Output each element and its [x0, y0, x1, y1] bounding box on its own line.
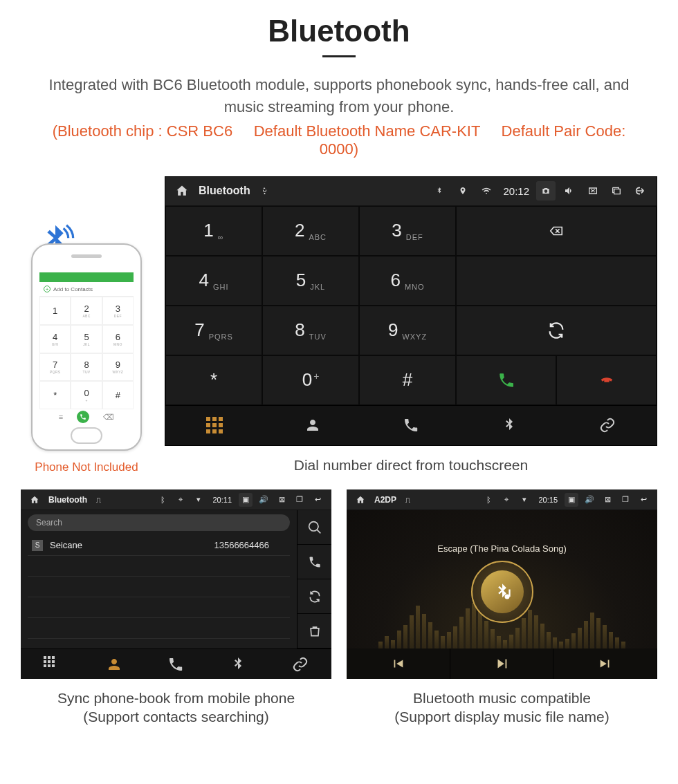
prev-track-button[interactable] [347, 648, 450, 679]
camera-icon[interactable]: ▣ [239, 493, 253, 507]
tab-pair[interactable] [269, 649, 331, 679]
phone-key-5[interactable]: 5JKL [71, 325, 102, 353]
phone-key-*[interactable]: * [39, 381, 71, 409]
back-icon[interactable]: ↩ [636, 493, 650, 507]
status-bar: Bluetooth 20:12 [165, 177, 657, 206]
camera-icon[interactable] [536, 181, 556, 200]
phone-key-2[interactable]: 2ABC [71, 297, 102, 325]
dialpad-icon [206, 417, 223, 433]
dial-key-2[interactable]: 2ABC [262, 206, 359, 256]
person-icon [106, 656, 122, 673]
dial-key-8[interactable]: 8TUV [262, 306, 359, 355]
link-icon [599, 417, 616, 433]
phone-menu-icon[interactable]: ≡ [59, 413, 63, 421]
contact-badge: S [32, 540, 43, 551]
dial-key-1[interactable]: 1∞ [165, 206, 262, 256]
camera-icon[interactable]: ▣ [565, 493, 578, 507]
dial-spacer [456, 256, 657, 306]
back-icon[interactable]: ↩ [311, 493, 324, 507]
dial-key-5[interactable]: 5JKL [262, 256, 359, 306]
contact-row[interactable]: SSeicane13566664466 [28, 535, 290, 556]
status-time: 20:11 [212, 496, 232, 504]
phone-key-9[interactable]: 9WXYZ [102, 353, 134, 382]
back-icon[interactable] [630, 181, 650, 200]
phone-key-1[interactable]: 1 [39, 297, 71, 325]
bluetooth-music-icon [493, 582, 512, 601]
usb-icon [255, 181, 274, 200]
phone-key-0[interactable]: 0+ [71, 381, 102, 409]
dialer-caption: Dial number direct from touchscreen [165, 456, 657, 474]
album-art [471, 561, 533, 623]
close-app-icon[interactable] [583, 181, 603, 200]
dial-key-6[interactable]: 6MNO [359, 256, 456, 306]
add-to-contacts-label: Add to Contacts [53, 286, 93, 292]
redial-button[interactable] [456, 306, 657, 355]
tab-bluetooth[interactable] [460, 406, 558, 445]
tab-call-log[interactable] [145, 649, 208, 679]
status-title: Bluetooth [48, 495, 87, 505]
home-icon[interactable] [354, 493, 367, 507]
phone-key-3[interactable]: 3DEF [102, 297, 134, 325]
phone-add-to-contacts[interactable]: +Add to Contacts [39, 282, 134, 297]
tab-dialpad[interactable] [21, 649, 83, 679]
contact-row-empty [28, 618, 290, 639]
handset-icon [167, 656, 184, 673]
phone-key-8[interactable]: 8TUV [71, 353, 102, 382]
dial-key-star[interactable]: * [165, 355, 262, 405]
backspace-button[interactable] [456, 206, 657, 256]
side-search-button[interactable] [297, 510, 331, 545]
call-button[interactable] [456, 355, 556, 405]
tab-contacts[interactable] [83, 649, 145, 679]
dial-key-0[interactable]: 0+ [262, 355, 359, 405]
handset-icon [403, 417, 419, 433]
volume-icon[interactable]: 🔊 [257, 493, 271, 507]
play-pause-button[interactable] [450, 648, 554, 679]
close-app-icon[interactable]: ⊠ [601, 493, 614, 507]
dial-key-4[interactable]: 4GHI [165, 256, 262, 306]
bluetooth-status-icon: ᛒ [156, 493, 170, 507]
hangup-button[interactable] [556, 355, 657, 405]
side-sync-button[interactable] [297, 579, 331, 614]
location-icon: ⌖ [174, 493, 187, 507]
tab-bluetooth[interactable] [207, 649, 269, 679]
bluetooth-status-icon [430, 181, 449, 200]
phone-key-#[interactable]: # [102, 381, 134, 409]
status-bar-contacts: Bluetooth ⎍ ᛒ ⌖ ▾ 20:11 ▣ 🔊 ⊠ ❐ ↩ [21, 489, 331, 510]
search-input[interactable]: Search [28, 514, 290, 531]
side-delete-button[interactable] [297, 614, 331, 648]
recent-apps-icon[interactable]: ❐ [619, 493, 632, 507]
dial-key-9[interactable]: 9WXYZ [359, 306, 456, 355]
person-icon [304, 417, 321, 433]
track-title: Escape (The Pina Colada Song) [437, 543, 566, 554]
next-track-button[interactable] [553, 648, 657, 679]
home-icon[interactable] [172, 181, 192, 200]
tab-contacts[interactable] [264, 406, 362, 445]
side-call-button[interactable] [297, 545, 331, 579]
close-app-icon[interactable]: ⊠ [275, 493, 288, 507]
dial-key-7[interactable]: 7PQRS [165, 306, 262, 355]
phone-mockup: +Add to Contacts 12ABC3DEF4GHI5JKL6MNO7P… [31, 243, 142, 451]
headunit-music: A2DP ⎍ ᛒ ⌖ ▾ 20:15 ▣ 🔊 ⊠ ❐ ↩ Escape (The… [347, 489, 657, 679]
tab-dialpad[interactable] [165, 406, 264, 445]
volume-icon[interactable]: 🔊 [583, 493, 596, 507]
tab-call-log[interactable] [362, 406, 460, 445]
volume-icon[interactable] [560, 181, 579, 200]
wifi-icon [477, 181, 496, 200]
home-icon[interactable] [28, 493, 42, 507]
status-title: Bluetooth [199, 185, 250, 197]
location-icon [453, 181, 473, 200]
dial-key-3[interactable]: 3DEF [359, 206, 456, 256]
hero-description: Integrated with BC6 Bluetooth module, su… [48, 74, 630, 118]
phone-key-6[interactable]: 6MNO [102, 325, 134, 353]
phone-call-button[interactable] [77, 411, 89, 423]
phone-key-4[interactable]: 4GHI [39, 325, 71, 353]
phone-backspace-icon[interactable]: ⌫ [103, 413, 114, 422]
link-icon [292, 656, 309, 673]
recent-apps-icon[interactable]: ❐ [293, 493, 306, 507]
hero-specs: (Bluetooth chip : CSR BC6 Default Blueto… [42, 122, 636, 158]
tab-pair[interactable] [558, 406, 657, 445]
dial-key-hash[interactable]: # [359, 355, 456, 405]
bottom-tabs-contacts [21, 648, 331, 679]
recent-apps-icon[interactable] [607, 181, 626, 200]
phone-key-7[interactable]: 7PQRS [39, 353, 71, 382]
